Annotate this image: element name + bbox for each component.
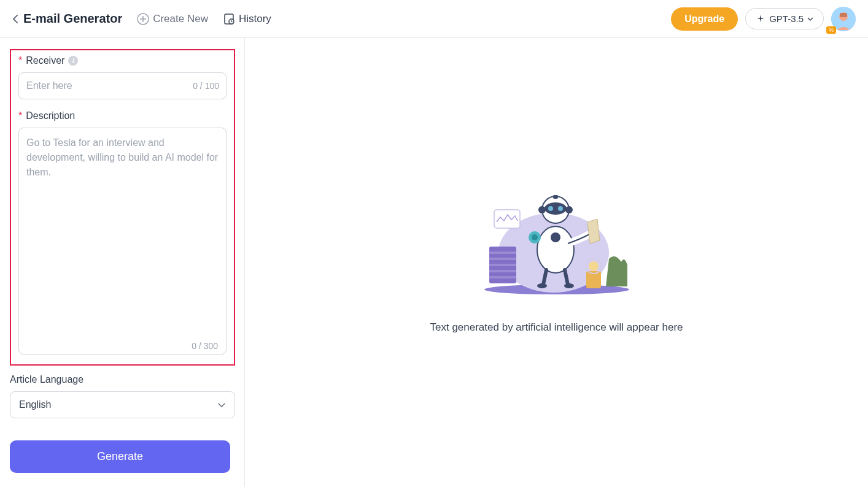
header-right: Upgrade GPT-3.5 % bbox=[671, 7, 856, 31]
receiver-char-count: 0 / 100 bbox=[193, 81, 219, 91]
svg-point-18 bbox=[544, 202, 567, 215]
description-label-row: * Description bbox=[18, 110, 227, 121]
receiver-label-row: * Receiver i bbox=[18, 55, 227, 66]
avatar-badge: % bbox=[826, 26, 836, 34]
language-label: Article Language bbox=[10, 374, 235, 385]
header-left: E-mail Generator Create New History bbox=[12, 12, 271, 26]
svg-point-27 bbox=[564, 283, 574, 288]
output-area: Text generated by artificial intelligenc… bbox=[245, 38, 868, 487]
svg-point-16 bbox=[551, 232, 560, 242]
generate-button[interactable]: Generate bbox=[10, 440, 230, 473]
create-new-button[interactable]: Create New bbox=[137, 13, 208, 25]
svg-rect-30 bbox=[589, 261, 599, 271]
svg-point-19 bbox=[548, 206, 553, 211]
description-textarea-wrap: 0 / 300 bbox=[18, 128, 227, 357]
svg-point-22 bbox=[565, 206, 573, 213]
history-label: History bbox=[239, 13, 271, 25]
page-title: E-mail Generator bbox=[23, 12, 122, 26]
app-header: E-mail Generator Create New History Upgr… bbox=[0, 0, 868, 38]
upgrade-button[interactable]: Upgrade bbox=[671, 7, 738, 31]
model-label: GPT-3.5 bbox=[769, 13, 804, 24]
history-button[interactable]: History bbox=[223, 13, 271, 25]
svg-point-20 bbox=[558, 206, 563, 211]
chevron-left-icon bbox=[12, 14, 18, 24]
sparkle-icon bbox=[756, 14, 765, 24]
chevron-down-icon bbox=[807, 17, 813, 21]
svg-point-21 bbox=[538, 206, 546, 213]
svg-rect-10 bbox=[489, 251, 516, 254]
language-value: English bbox=[19, 399, 51, 410]
svg-rect-14 bbox=[489, 276, 516, 278]
svg-point-25 bbox=[532, 234, 538, 240]
create-new-label: Create New bbox=[153, 13, 208, 25]
svg-point-26 bbox=[537, 283, 547, 288]
title-group[interactable]: E-mail Generator bbox=[12, 12, 122, 26]
history-icon bbox=[223, 13, 235, 25]
model-selector[interactable]: GPT-3.5 bbox=[745, 8, 824, 29]
form-sidebar: * Receiver i 0 / 100 * Description 0 / 3… bbox=[0, 38, 245, 487]
svg-rect-13 bbox=[489, 270, 516, 272]
required-marker: * bbox=[18, 110, 22, 121]
robot-illustration bbox=[483, 191, 630, 296]
svg-rect-23 bbox=[553, 195, 558, 199]
svg-rect-11 bbox=[489, 258, 516, 260]
svg-rect-5 bbox=[840, 13, 847, 17]
info-icon[interactable]: i bbox=[68, 56, 78, 66]
output-placeholder: Text generated by artificial intelligenc… bbox=[430, 321, 683, 334]
required-marker: * bbox=[18, 55, 22, 66]
description-input[interactable] bbox=[18, 128, 227, 355]
svg-rect-12 bbox=[489, 264, 516, 266]
highlighted-form-section: * Receiver i 0 / 100 * Description 0 / 3… bbox=[10, 49, 235, 366]
plus-circle-icon bbox=[137, 13, 149, 25]
receiver-input-wrap: 0 / 100 bbox=[18, 72, 227, 99]
description-label: Description bbox=[26, 110, 75, 121]
receiver-label: Receiver bbox=[26, 55, 64, 66]
language-select[interactable]: English bbox=[10, 391, 235, 418]
description-char-count: 0 / 300 bbox=[192, 341, 218, 351]
content-area: * Receiver i 0 / 100 * Description 0 / 3… bbox=[0, 38, 868, 487]
chevron-down-icon bbox=[217, 402, 226, 407]
avatar[interactable]: % bbox=[831, 7, 856, 31]
